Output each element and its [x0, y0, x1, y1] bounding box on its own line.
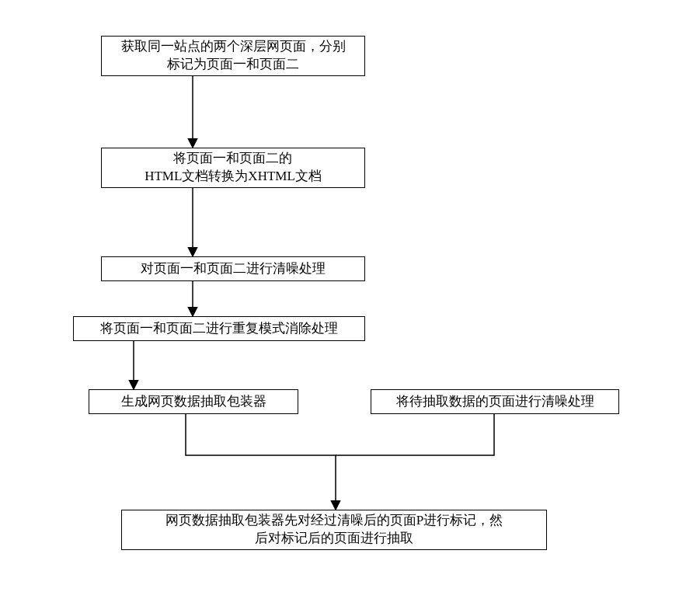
flow-node-4-label: 将页面一和页面二进行重复模式消除处理	[100, 320, 338, 338]
flowchart-canvas: 获取同一站点的两个深层网页面，分别 标记为页面一和页面二 将页面一和页面二的 H…	[0, 0, 700, 613]
flow-node-6: 将待抽取数据的页面进行清噪处理	[371, 389, 619, 414]
flow-node-1-label: 获取同一站点的两个深层网页面，分别 标记为页面一和页面二	[121, 38, 346, 74]
flow-node-4: 将页面一和页面二进行重复模式消除处理	[73, 316, 365, 341]
flow-node-3: 对页面一和页面二进行清噪处理	[101, 256, 365, 281]
flow-node-7: 网页数据抽取包装器先对经过清噪后的页面P进行标记，然 后对标记后的页面进行抽取	[121, 510, 547, 550]
edge-n5-n7	[186, 414, 336, 510]
flow-node-2: 将页面一和页面二的 HTML文档转换为XHTML文档	[101, 148, 365, 188]
flow-node-3-label: 对页面一和页面二进行清噪处理	[141, 260, 326, 278]
flow-node-7-label: 网页数据抽取包装器先对经过清噪后的页面P进行标记，然 后对标记后的页面进行抽取	[165, 512, 503, 548]
edge-n6-n7	[336, 414, 494, 455]
flow-node-5: 生成网页数据抽取包装器	[89, 389, 298, 414]
flow-node-2-label: 将页面一和页面二的 HTML文档转换为XHTML文档	[145, 150, 322, 186]
flow-node-5-label: 生成网页数据抽取包装器	[121, 393, 266, 411]
flow-node-6-label: 将待抽取数据的页面进行清噪处理	[396, 393, 594, 411]
flow-node-1: 获取同一站点的两个深层网页面，分别 标记为页面一和页面二	[101, 36, 365, 76]
